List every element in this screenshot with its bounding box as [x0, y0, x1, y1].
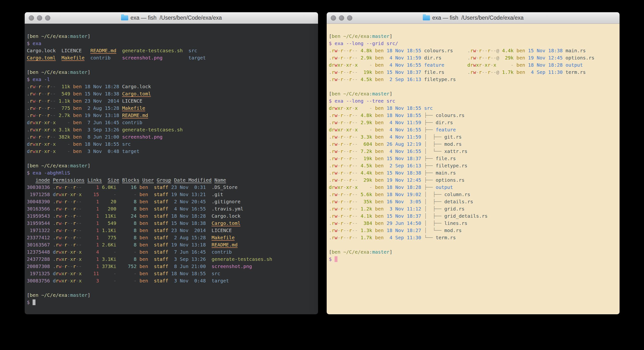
text-segment: ben: [516, 48, 525, 54]
text-segment: [206, 264, 212, 269]
text-segment: 3 Nov 11:12: [386, 206, 421, 212]
terminal-line: [ben ~/C/e/exa:master]: [27, 32, 316, 40]
permission-char: .: [329, 48, 332, 54]
permission-char: r: [340, 206, 343, 212]
text-segment: [384, 141, 386, 147]
zoom-button[interactable]: [347, 15, 352, 20]
text-segment: [56, 55, 61, 61]
text-segment: ben: [73, 148, 82, 154]
permission-char: .: [329, 220, 332, 226]
text-segment: [50, 249, 53, 255]
permission-char: r: [73, 206, 76, 212]
text-segment: 8 Jun 21:00: [171, 264, 206, 269]
permission-char: -: [338, 48, 340, 54]
permission-char: x: [53, 127, 56, 132]
permission-char: r: [340, 69, 343, 75]
terminal-line: .rw-r--r-- 4.8k ben 18 Nov 18:55 ├── col…: [329, 112, 618, 119]
text-segment: 3 Nov 0:48: [84, 148, 119, 154]
text-segment: [384, 148, 386, 154]
text-segment: [136, 192, 140, 197]
text-segment: 15 Nov 18:38: [528, 48, 563, 54]
text-segment: exa --long --tree src: [334, 98, 395, 104]
text-segment: [: [329, 91, 332, 96]
permission-char: -: [41, 84, 44, 90]
text-segment: Cargo.lock: [119, 84, 151, 90]
text-segment: grid_details.rs: [444, 213, 488, 219]
text-segment: [384, 228, 386, 233]
text-segment: 26 Aug 12:19: [386, 141, 421, 147]
permission-char: -: [41, 98, 44, 104]
permission-char: -: [352, 141, 355, 147]
text-segment: [421, 148, 424, 154]
close-button[interactable]: [331, 15, 336, 20]
text-segment: [99, 242, 102, 248]
titlebar[interactable]: exa — fish /Users/ben/Code/exa/exa: [25, 12, 318, 24]
text-segment: [82, 141, 84, 147]
text-segment: [119, 141, 122, 147]
text-segment: [148, 192, 154, 197]
text-segment: 16 Nov 3:05: [386, 199, 421, 204]
permission-char: r: [340, 120, 343, 126]
text-segment: [372, 134, 375, 140]
zoom-button[interactable]: [45, 15, 50, 20]
text-segment: ]: [390, 249, 392, 255]
text-segment: [421, 55, 424, 61]
permission-char: r: [56, 235, 58, 240]
text-segment: [421, 48, 424, 54]
permission-char: -: [352, 62, 355, 68]
text-segment: [384, 156, 386, 161]
permission-char: -: [62, 235, 64, 240]
text-segment: [82, 192, 84, 197]
permission-char: r: [470, 48, 473, 54]
permission-char: -: [352, 220, 355, 226]
text-segment: ben ~/C/e/exa: [30, 33, 67, 39]
permission-char: -: [79, 235, 82, 240]
permission-char: r: [349, 55, 352, 61]
close-button[interactable]: [29, 15, 34, 20]
text-segment: [421, 120, 424, 126]
permission-char: w: [32, 112, 36, 118]
permission-char: -: [36, 98, 38, 104]
text-segment: ben: [73, 127, 82, 132]
permission-char: x: [476, 62, 479, 68]
text-segment: [168, 249, 171, 255]
text-segment: [372, 62, 375, 68]
minimize-button[interactable]: [339, 15, 344, 20]
permission-char: .: [27, 84, 30, 90]
text-segment: [82, 134, 84, 140]
text-segment: 23 Nov 2014: [171, 228, 206, 233]
text-segment: ben: [375, 220, 384, 226]
text-segment: filetype.rs: [436, 163, 467, 168]
titlebar[interactable]: exa — fish /Users/ben/Code/exa/exa: [327, 12, 620, 24]
terminal-output[interactable]: [ben ~/C/e/exa:master]$ exa --long --gri…: [327, 24, 620, 314]
window-title-area: exa — fish /Users/ben/Code/exa/exa: [121, 14, 222, 21]
text-segment: [372, 192, 375, 197]
text-segment: ben: [140, 271, 148, 276]
permission-char: r: [349, 228, 352, 233]
permission-char: r: [340, 184, 343, 190]
permission-char: -: [343, 228, 346, 233]
text-segment: [82, 148, 84, 154]
permission-char: r: [30, 84, 32, 90]
permission-char: .: [467, 55, 470, 61]
text-segment: [421, 163, 424, 168]
permission-char: -: [494, 69, 496, 75]
text-segment: 4 Nov 16:55: [386, 148, 421, 154]
text-segment: 1.1k: [59, 98, 70, 104]
terminal-output[interactable]: [ben ~/C/e/exa:master]$ exaCargo.lock LI…: [25, 24, 318, 314]
permission-char: -: [346, 228, 349, 233]
permission-char: -: [53, 91, 56, 96]
blank-line: [329, 83, 618, 90]
text-segment: -: [361, 184, 372, 190]
text-segment: 1: [84, 199, 99, 204]
permission-char: w: [58, 278, 61, 284]
text-segment: [116, 256, 119, 262]
permission-char: -: [76, 206, 79, 212]
minimize-button[interactable]: [37, 15, 42, 20]
terminal-line: drwxr-xr-x - ben 18 Nov 18:55 src: [329, 104, 618, 112]
terminal-line: .rw-r--r-- 35k ben 16 Nov 3:05 │ ├── det…: [329, 198, 618, 205]
permission-char: -: [50, 120, 53, 126]
text-segment: -: [119, 192, 136, 197]
permission-char: x: [338, 184, 340, 190]
text-segment: contrib: [90, 55, 110, 61]
